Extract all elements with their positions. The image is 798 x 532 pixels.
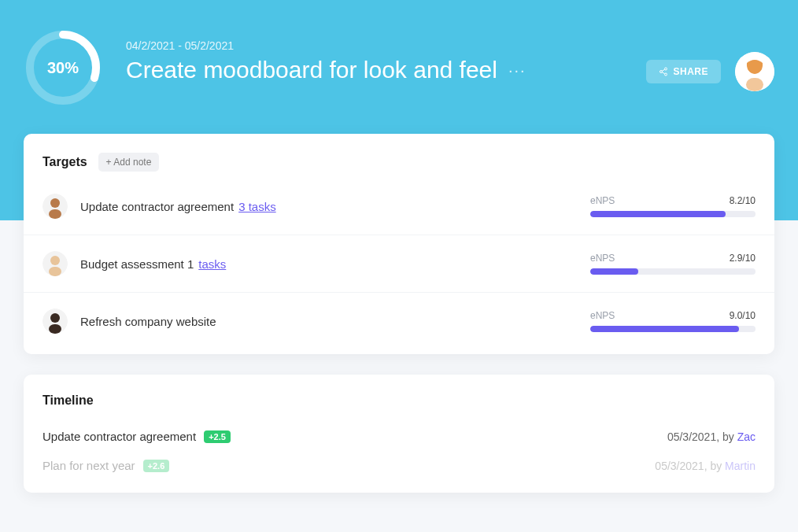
metric-score: 8.2/10 <box>730 195 756 206</box>
progress-bar <box>590 268 756 275</box>
progress-bar-fill <box>590 326 739 332</box>
target-title: Budget assessment 1 <box>80 257 194 271</box>
svg-point-4 <box>665 73 667 76</box>
targets-card: Targets + Add note Update contractor agr… <box>24 134 774 354</box>
target-tasks-link[interactable]: tasks <box>198 257 226 271</box>
user-avatar[interactable] <box>735 52 774 91</box>
svg-point-2 <box>665 68 667 70</box>
target-tasks-link[interactable]: 3 tasks <box>238 200 276 213</box>
header-title-row: Create moodboard for look and feel ··· <box>126 57 646 83</box>
timeline-left: Update contractor agreement+2.5 <box>42 430 231 443</box>
timeline-list: Update contractor agreement+2.505/3/2021… <box>24 422 774 480</box>
metric-score: 2.9/10 <box>730 253 756 264</box>
progress-bar <box>590 211 756 217</box>
target-metric: eNPS9.0/10 <box>590 310 756 332</box>
svg-point-3 <box>660 71 663 73</box>
svg-rect-15 <box>49 267 61 276</box>
timeline-date: 05/3/2021, by <box>655 460 725 472</box>
share-button[interactable]: SHARE <box>646 60 721 83</box>
target-metric: eNPS8.2/10 <box>590 195 756 217</box>
timeline-title: Plan for next year <box>42 459 135 472</box>
svg-line-5 <box>663 69 665 71</box>
target-text: Update contractor agreement3 tasks <box>80 200 276 213</box>
more-menu-icon[interactable]: ··· <box>508 61 526 79</box>
add-note-button[interactable]: + Add note <box>98 153 160 172</box>
metric-label: eNPS <box>590 310 615 321</box>
share-button-label: SHARE <box>673 66 708 77</box>
progress-label: 30% <box>24 28 102 107</box>
target-text: Refresh company website <box>80 315 216 328</box>
share-icon <box>659 67 668 76</box>
target-text: Budget assessment 1tasks <box>80 257 226 271</box>
page-title: Create moodboard for look and feel <box>126 57 497 83</box>
targets-header: Targets + Add note <box>24 153 774 178</box>
svg-point-11 <box>50 198 60 208</box>
timeline-author-link[interactable]: Martin <box>725 460 756 472</box>
timeline-row[interactable]: Update contractor agreement+2.505/3/2021… <box>24 422 774 451</box>
svg-rect-18 <box>49 324 61 334</box>
timeline-left: Plan for next year+2.6 <box>42 459 169 472</box>
timeline-meta: 05/3/2021, by Zac <box>667 430 756 443</box>
header-title-block: 04/2/2021 - 05/2/2021 Create moodboard f… <box>126 39 646 83</box>
target-row[interactable]: Refresh company websiteeNPS9.0/10 <box>24 293 774 354</box>
targets-heading: Targets <box>42 155 87 169</box>
target-row[interactable]: Budget assessment 1taskseNPS2.9/10 <box>24 235 774 293</box>
header-actions: SHARE <box>646 52 774 91</box>
target-row[interactable]: Update contractor agreement3 taskseNPS8.… <box>24 178 774 235</box>
timeline-card: Timeline Update contractor agreement+2.5… <box>24 375 774 493</box>
targets-list: Update contractor agreement3 taskseNPS8.… <box>24 178 774 354</box>
timeline-row[interactable]: Plan for next year+2.605/3/2021, by Mart… <box>24 451 774 480</box>
timeline-title: Update contractor agreement <box>42 430 196 443</box>
target-metric: eNPS2.9/10 <box>590 253 756 275</box>
progress-bar <box>590 326 756 332</box>
target-title: Refresh company website <box>80 315 216 328</box>
assignee-avatar[interactable] <box>42 194 68 219</box>
progress-ring: 30% <box>24 28 102 107</box>
timeline-author-link[interactable]: Zac <box>737 430 756 443</box>
timeline-heading: Timeline <box>24 393 774 422</box>
header-date-range: 04/2/2021 - 05/2/2021 <box>126 39 646 52</box>
metric-score: 9.0/10 <box>730 310 756 321</box>
delta-badge: +2.6 <box>143 460 170 472</box>
svg-point-17 <box>50 313 60 323</box>
assignee-avatar[interactable] <box>42 251 68 276</box>
svg-point-14 <box>50 256 60 265</box>
timeline-date: 05/3/2021, by <box>667 430 737 443</box>
assignee-avatar[interactable] <box>42 308 68 334</box>
svg-line-6 <box>663 72 665 74</box>
svg-rect-12 <box>49 209 61 219</box>
target-title: Update contractor agreement <box>80 200 234 213</box>
svg-rect-9 <box>746 78 763 91</box>
avatar-icon <box>735 52 774 91</box>
progress-bar-fill <box>590 268 638 275</box>
progress-bar-fill <box>590 211 726 217</box>
timeline-meta: 05/3/2021, by Martin <box>655 460 756 472</box>
metric-label: eNPS <box>590 195 615 206</box>
metric-label: eNPS <box>590 253 615 264</box>
delta-badge: +2.5 <box>204 430 231 443</box>
